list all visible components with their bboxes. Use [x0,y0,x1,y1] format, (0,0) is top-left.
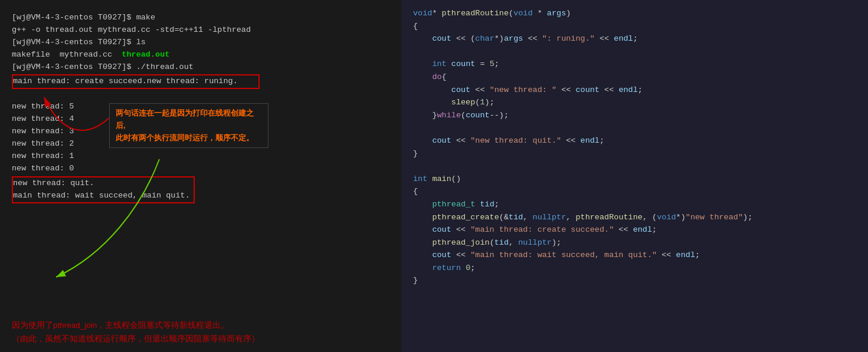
code-line-19: pthread_join(tid, nullptr); [413,236,856,249]
red-box-bottom: new thread: quit. main thread: wait succ… [12,176,195,203]
terminal-line-3: [wj@VM-4-3-centos T0927]$ ls [12,37,389,49]
code-line-21: return 0; [413,262,856,275]
code-line-5: int count = 5; [413,58,856,71]
terminal-line-4: makefile mythread.cc thread.out [12,49,389,61]
code-line-14: int main() [413,173,856,186]
terminal-panel: [wj@VM-4-3-centos T0927]$ make g++ -o th… [0,0,401,352]
bottom-explanation: 因为使用了pthread_join，主线程会阻塞式等待新线程退出。 （由此，虽然… [12,314,389,352]
code-line-22: } [413,274,856,287]
code-panel: void* pthreadRoutine(void * args) { cout… [401,0,868,352]
code-line-11: cout << "new thread: quit." << endl; [413,134,856,147]
code-line-10 [413,121,856,134]
annotation-text: 两句话连在一起是因为打印在线程创建之后, 此时有两个执行流同时运行，顺序不定。 [116,107,262,144]
bottom-text: 因为使用了pthread_join，主线程会阻塞式等待新线程退出。 （由此，虽然… [12,319,389,346]
highlighted-line-main: main thread: create succeed.new thread: … [13,75,258,88]
code-line-17: pthread_create(&tid, nullptr, pthreadRou… [413,211,856,224]
main-quit-line: main thread: wait succeed, main quit. [13,190,194,202]
red-box-top: main thread: create succeed.new thread: … [12,74,260,89]
code-line-12: } [413,147,856,160]
code-line-15: { [413,185,856,198]
code-line-6: do{ [413,71,856,84]
thread-line-0: new thread: 0 [12,163,389,175]
code-line-2: { [413,20,856,33]
terminal-line-2: g++ -o thread.out mythread.cc -std=c++11… [12,24,389,37]
main-container: [wj@VM-4-3-centos T0927]$ make g++ -o th… [0,0,868,352]
terminal-line-5: [wj@VM-4-3-centos T0927]$ ./thread.out [12,61,389,74]
code-line-20: cout << "main thread: wait succeed, main… [413,249,856,262]
code-line-3: cout << (char*)args << ": runing." << en… [413,32,856,45]
thread-line-1: new thread: 1 [12,150,389,163]
code-line-18: cout << "main thread: create succeed." <… [413,223,856,236]
terminal-line-1: [wj@VM-4-3-centos T0927]$ make [12,12,389,24]
thread-quit-line: new thread: quit. [13,177,194,190]
annotation-bubble: 两句话连在一起是因为打印在线程创建之后, 此时有两个执行流同时运行，顺序不定。 [109,103,268,148]
code-line-9: }while(count--); [413,109,856,122]
code-line-8: sleep(1); [413,96,856,109]
code-line-7: cout << "new thread: " << count << endl; [413,84,856,97]
code-line-1: void* pthreadRoutine(void * args) [413,7,856,20]
code-line-13 [413,160,856,173]
code-line-4 [413,45,856,58]
blank-line [12,89,389,101]
code-line-16: pthread_t tid; [413,198,856,211]
